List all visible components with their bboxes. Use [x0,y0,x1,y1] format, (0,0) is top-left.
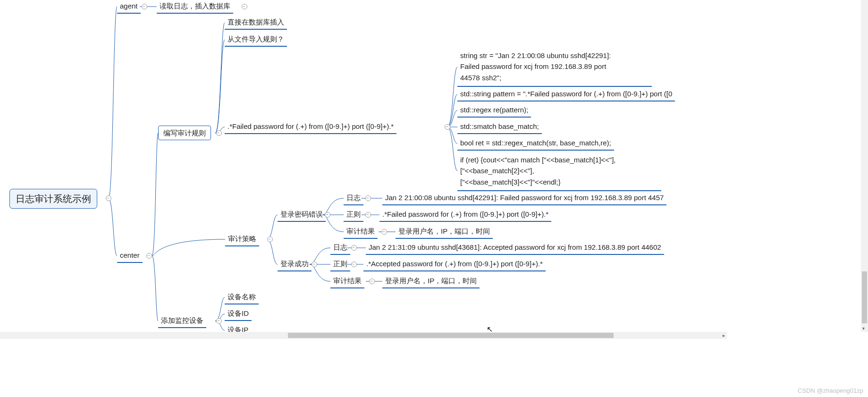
fail-re-k: 正则 [346,210,361,218]
node-ok-re-k[interactable]: 正则 [330,258,350,271]
node-center[interactable]: center [117,249,143,263]
agent-label: agent [120,2,138,10]
node-code-6[interactable]: if (ret) {cout<<"can match ["<<base_matc… [457,153,661,191]
expand-dot[interactable] [351,262,357,267]
vertical-scrollbar[interactable]: ▾ [861,0,868,332]
fail-res-v: 登录用户名，IP，端口，时间 [398,227,490,235]
node-regex[interactable]: .*Failed password for (.+) from ([0-9.]+… [225,120,396,134]
node-code-2[interactable]: std::string pattern = ".*Failed password… [457,88,675,101]
node-fail-res-v[interactable]: 登录用户名，IP，端口，时间 [396,225,493,239]
ok-log-k: 日志 [333,243,347,251]
fail-re-v: .*Failed password for (.+) from ([0-9.]+… [382,210,548,218]
ok-res-v: 登录用户名，IP，端口，时间 [385,277,477,285]
policy-label: 审计策略 [228,235,256,243]
expand-dot[interactable] [106,195,111,201]
node-fail-log-k[interactable]: 日志 [344,192,363,205]
center-label: center [120,251,140,259]
node-code-3[interactable]: std::regex re(pattern); [457,104,531,118]
rules-label: 编写审计规则 [163,129,206,137]
expand-dot[interactable] [365,195,371,201]
node-policy[interactable]: 审计策略 [225,233,259,246]
expand-dot[interactable] [381,229,387,235]
expand-dot[interactable] [445,124,450,130]
device-label: 添加监控设备 [161,316,203,324]
code-l2: std::string pattern = ".*Failed password… [460,90,672,98]
node-ok-log-k[interactable]: 日志 [330,241,350,255]
node-ok-res-v[interactable]: 登录用户名，IP，端口，时间 [382,275,480,288]
node-code-5[interactable]: bool ret = std::regex_match(str, base_ma… [457,137,614,151]
root-label: 日志审计系统示例 [16,194,91,204]
node-fail[interactable]: 登录密码错误 [278,208,326,222]
code-l4: std::smatch base_match; [460,122,539,130]
expand-dot[interactable] [216,318,222,324]
ok-re-v: .*Accepted password for (.+) from ([0-9.… [366,260,543,268]
node-direct-db[interactable]: 直接在数据库插入 [225,16,287,30]
device-id: 设备ID [228,309,249,317]
code-l5: bool ret = std::regex_match(str, base_ma… [460,139,611,147]
node-ok-re-v[interactable]: .*Accepted password for (.+) from ([0-9.… [363,258,546,271]
regex-label: .*Failed password for (.+) from ([0-9.]+… [228,122,394,130]
expand-dot[interactable] [242,4,247,9]
node-device-name[interactable]: 设备名称 [225,291,259,304]
ok-re-k: 正则 [333,260,347,268]
expand-dot[interactable] [369,279,375,284]
node-code-1[interactable]: string str = "Jan 2 21:00:08 ubuntu sshd… [457,49,652,87]
node-code-4[interactable]: std::smatch base_match; [457,120,542,134]
fail-res-k: 审计结果 [346,227,375,235]
expand-dot[interactable] [146,253,152,259]
expand-dot[interactable] [216,130,222,136]
node-import-file[interactable]: 从文件导入规则？ [225,33,287,47]
device-name: 设备名称 [228,293,256,301]
code-l1: string str = "Jan 2 21:00:08 ubuntu sshd… [460,51,611,82]
node-rules[interactable]: 编写审计规则 [158,126,211,140]
node-agent-desc[interactable]: 读取日志，插入数据库 [157,0,233,14]
node-ok-log-v[interactable]: Jan 2 21:31:09 ubuntu sshd[43681]: Accep… [366,241,664,255]
node-device-id[interactable]: 设备ID [225,307,252,321]
node-ok[interactable]: 登录成功 [278,258,312,271]
fail-label: 登录密码错误 [280,210,323,218]
node-fail-re-v[interactable]: .*Failed password for (.+) from ([0-9.]+… [379,208,551,222]
expand-dot[interactable] [312,262,317,267]
fail-log-v: Jan 2 21:00:08 ubuntu sshd[42291]: Faile… [385,194,664,202]
expand-dot[interactable] [325,212,330,218]
node-agent[interactable]: agent [117,0,141,14]
expand-dot[interactable] [351,245,357,251]
expand-dot[interactable] [365,212,371,218]
node-device[interactable]: 添加监控设备 [158,314,206,328]
node-fail-res-k[interactable]: 审计结果 [344,225,378,239]
expand-dot[interactable] [267,237,273,242]
watermark-text: CSDN @zhaopeng01zp [798,387,863,394]
horizontal-scrollbar[interactable]: ▸ [0,332,727,339]
mindmap-canvas[interactable]: 日志审计系统示例 agent 读取日志，插入数据库 center 编写审计规则 … [0,0,868,397]
agent-desc-label: 读取日志，插入数据库 [160,2,230,10]
fail-log-k: 日志 [346,194,361,202]
scroll-right-icon[interactable]: ▸ [723,333,725,338]
horizontal-scroll-thumb[interactable] [288,333,614,338]
vertical-scroll-thumb[interactable] [862,271,867,323]
ok-res-k: 审计结果 [333,277,362,285]
scroll-down-icon[interactable]: ▾ [862,326,865,331]
node-fail-log-v[interactable]: Jan 2 21:00:08 ubuntu sshd[42291]: Faile… [382,192,666,205]
ok-label: 登录成功 [280,260,309,268]
import-file-label: 从文件导入规则？ [228,35,284,43]
watermark: CSDN @zhaopeng01zp [798,387,863,394]
ok-log-v: Jan 2 21:31:09 ubuntu sshd[43681]: Accep… [369,243,661,251]
node-fail-re-k[interactable]: 正则 [344,208,363,222]
expand-dot[interactable] [142,4,147,9]
code-l3: std::regex re(pattern); [460,106,528,114]
node-ok-res-k[interactable]: 审计结果 [330,275,364,288]
direct-db-label: 直接在数据库插入 [228,18,284,26]
root-node[interactable]: 日志审计系统示例 [9,189,97,209]
code-l6: if (ret) {cout<<"can match ["<<base_matc… [460,156,616,186]
